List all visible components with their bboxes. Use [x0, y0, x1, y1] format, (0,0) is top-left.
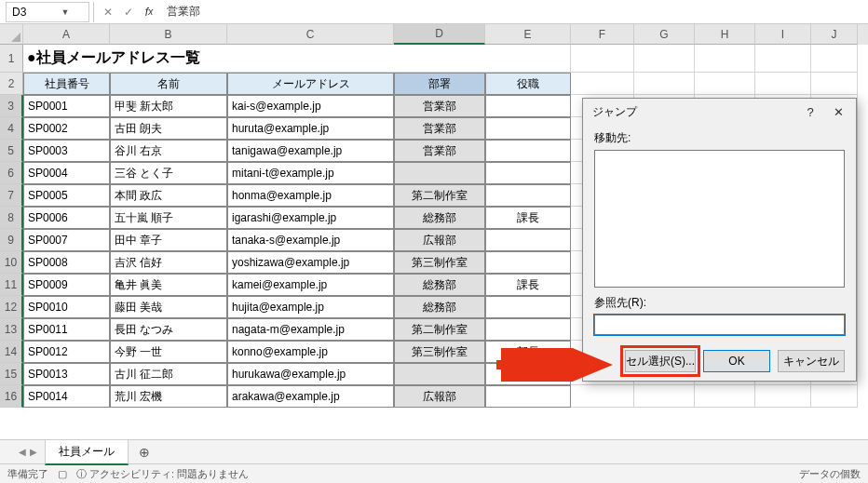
row-header-7[interactable]: 7: [0, 184, 23, 207]
tab-next-icon[interactable]: ▶: [30, 447, 37, 457]
cell-role[interactable]: [485, 363, 571, 385]
cell-id[interactable]: SP0006: [23, 207, 110, 229]
cell-name[interactable]: 三谷 とく子: [110, 162, 227, 184]
cell-dept[interactable]: 第二制作室: [394, 184, 485, 207]
cell-dept[interactable]: 第二制作室: [394, 318, 485, 341]
select-all-corner[interactable]: [0, 24, 23, 45]
cell-id[interactable]: SP0009: [23, 274, 110, 296]
cell-dept[interactable]: 総務部: [394, 274, 485, 296]
sheet-tab-active[interactable]: 社員メール: [45, 439, 129, 465]
cell-id[interactable]: SP0013: [23, 363, 110, 385]
cell[interactable]: [695, 45, 755, 73]
table-header[interactable]: 名前: [110, 73, 227, 95]
column-header-F[interactable]: F: [571, 24, 634, 45]
cell[interactable]: [634, 385, 695, 408]
column-header-B[interactable]: B: [110, 24, 227, 45]
cell-name[interactable]: 古川 征二郎: [110, 363, 227, 385]
cell-id[interactable]: SP0001: [23, 95, 110, 117]
row-header-2[interactable]: 2: [0, 73, 23, 95]
cell-role[interactable]: [485, 95, 571, 117]
row-header-10[interactable]: 10: [0, 251, 23, 274]
cell-mail[interactable]: hurukawa@example.jp: [227, 363, 394, 385]
cell-dept[interactable]: 営業部: [394, 140, 485, 162]
cell-mail[interactable]: kamei@example.jp: [227, 274, 394, 296]
cell-dept[interactable]: 広報部: [394, 385, 485, 408]
row-header-5[interactable]: 5: [0, 140, 23, 162]
row-header-14[interactable]: 14: [0, 341, 23, 363]
row-header-16[interactable]: 16: [0, 385, 23, 408]
table-header[interactable]: 部署: [394, 73, 485, 95]
name-box[interactable]: D3 ▼: [6, 2, 89, 22]
cell-name[interactable]: 荒川 宏機: [110, 385, 227, 408]
add-sheet-button[interactable]: ⊕: [132, 443, 156, 462]
formula-value[interactable]: 営業部: [159, 4, 868, 20]
cell-name[interactable]: 田中 章子: [110, 229, 227, 251]
cell[interactable]: [755, 73, 811, 95]
dialog-titlebar[interactable]: ジャンプ ? ✕: [583, 99, 856, 125]
reference-input[interactable]: [594, 315, 845, 335]
cell-role[interactable]: [485, 251, 571, 274]
cell-dept[interactable]: [394, 363, 485, 385]
row-header-6[interactable]: 6: [0, 162, 23, 184]
cell-role[interactable]: [485, 318, 571, 341]
cell-name[interactable]: 古田 朗夫: [110, 117, 227, 140]
cell-id[interactable]: SP0005: [23, 184, 110, 207]
cell-name[interactable]: 長田 なつみ: [110, 318, 227, 341]
row-header-1[interactable]: 1: [0, 45, 23, 73]
cell-mail[interactable]: igarashi@example.jp: [227, 207, 394, 229]
cell-id[interactable]: SP0010: [23, 296, 110, 318]
cell-mail[interactable]: kai-s@example.jp: [227, 95, 394, 117]
cell-id[interactable]: SP0008: [23, 251, 110, 274]
row-header-8[interactable]: 8: [0, 207, 23, 229]
cell-name[interactable]: 吉沢 信好: [110, 251, 227, 274]
goto-listbox[interactable]: [594, 150, 845, 288]
row-header-3[interactable]: 3: [0, 95, 23, 117]
cell-id[interactable]: SP0004: [23, 162, 110, 184]
cell-id[interactable]: SP0011: [23, 318, 110, 341]
cell-dept[interactable]: 営業部: [394, 95, 485, 117]
column-header-I[interactable]: I: [755, 24, 811, 45]
cell-name[interactable]: 谷川 右京: [110, 140, 227, 162]
cell-mail[interactable]: honma@example.jp: [227, 184, 394, 207]
cell[interactable]: [811, 73, 858, 95]
cell-role[interactable]: [485, 385, 571, 408]
cancel-button[interactable]: キャンセル: [778, 350, 845, 372]
cell-dept[interactable]: 第三制作室: [394, 341, 485, 363]
cell[interactable]: [755, 45, 811, 73]
cell-mail[interactable]: tanaka-s@example.jp: [227, 229, 394, 251]
row-header-4[interactable]: 4: [0, 117, 23, 140]
special-cells-button[interactable]: セル選択(S)...: [625, 350, 696, 372]
cell[interactable]: [571, 73, 634, 95]
cell[interactable]: [811, 385, 858, 408]
cell[interactable]: [634, 73, 695, 95]
row-header-15[interactable]: 15: [0, 363, 23, 385]
cell-dept[interactable]: 総務部: [394, 296, 485, 318]
accessibility-status[interactable]: ⓘ アクセシビリティ: 問題ありません: [76, 467, 249, 481]
cell-id[interactable]: SP0003: [23, 140, 110, 162]
cell[interactable]: [755, 385, 811, 408]
cell-name[interactable]: 今野 一世: [110, 341, 227, 363]
cell-role[interactable]: [485, 140, 571, 162]
cell[interactable]: [695, 385, 755, 408]
row-header-11[interactable]: 11: [0, 274, 23, 296]
cell-mail[interactable]: arakawa@example.jp: [227, 385, 394, 408]
cell-name[interactable]: 甲斐 新太郎: [110, 95, 227, 117]
row-header-12[interactable]: 12: [0, 296, 23, 318]
cell-dept[interactable]: 第三制作室: [394, 251, 485, 274]
column-header-D[interactable]: D: [394, 24, 485, 45]
cell-id[interactable]: SP0002: [23, 117, 110, 140]
cell-id[interactable]: SP0014: [23, 385, 110, 408]
cell-id[interactable]: SP0012: [23, 341, 110, 363]
name-box-dropdown-icon[interactable]: ▼: [47, 7, 83, 17]
column-header-C[interactable]: C: [227, 24, 394, 45]
cell-dept[interactable]: 広報部: [394, 229, 485, 251]
cell-name[interactable]: 亀井 眞美: [110, 274, 227, 296]
table-header[interactable]: 役職: [485, 73, 571, 95]
fx-icon[interactable]: fx: [139, 2, 159, 22]
cell-mail[interactable]: huruta@example.jp: [227, 117, 394, 140]
column-header-H[interactable]: H: [695, 24, 755, 45]
cell-role[interactable]: [485, 184, 571, 207]
cell-role[interactable]: [485, 162, 571, 184]
dialog-help-button[interactable]: ?: [796, 99, 824, 125]
cell-mail[interactable]: konno@example.jp: [227, 341, 394, 363]
